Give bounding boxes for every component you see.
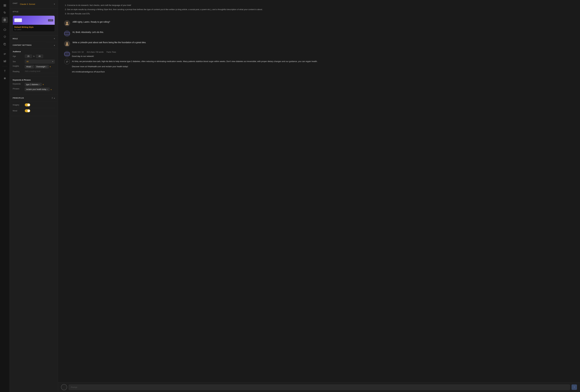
user-avatar-2 xyxy=(64,41,70,47)
svg-rect-14 xyxy=(4,61,4,62)
principles-right: 3 ▴ xyxy=(52,97,55,99)
reading-input[interactable] xyxy=(25,70,55,72)
svg-rect-0 xyxy=(4,4,5,5)
chat-select[interactable]: Claude 3: Sonnet ▾ xyxy=(20,3,55,5)
lines-icon[interactable] xyxy=(2,51,8,57)
principles-section-header[interactable]: PRINCIPLES 3 ▴ xyxy=(10,95,58,101)
style-preview-rect xyxy=(14,18,22,22)
keyword-tag-diabetes: type 2 diabetes ✕ xyxy=(25,83,41,86)
mood-toggle-knob xyxy=(27,109,30,112)
send-icon: ↑ xyxy=(574,386,575,389)
phrases-tags: reclaim your health today ✕ + xyxy=(25,88,52,91)
message-2-content: Hi, Brett. Absolutely. Let's do this. xyxy=(72,30,574,34)
facts-value: Facts: Pass xyxy=(107,51,116,53)
reading-label: Reading xyxy=(13,71,23,73)
principles-subsection: Imagery Mood xyxy=(10,101,58,116)
mood-toggle[interactable] xyxy=(25,109,30,112)
document-icon[interactable] xyxy=(2,17,8,23)
reading-input-wrap xyxy=(25,70,55,73)
asterisk-icon[interactable] xyxy=(2,75,8,81)
ai-avatar-2 xyxy=(64,51,70,57)
insights-add-button[interactable]: + xyxy=(50,65,51,68)
phrases-row: Phrases reclaim your health today ✕ + xyxy=(13,88,55,91)
style-card-preview: 1 GT xyxy=(13,16,55,25)
phrase-reclaim-remove[interactable]: ✕ xyxy=(47,89,48,90)
svg-rect-16 xyxy=(5,60,6,62)
phrase-tag-reclaim: reclaim your health today ✕ xyxy=(25,88,50,91)
intro-bullet-1: Converse to do research, fact checks, an… xyxy=(67,4,574,7)
age-label: Age xyxy=(13,55,23,57)
phrases-label: Phrases xyxy=(13,88,23,90)
sex-row: Sex All ▾ xyxy=(13,60,55,64)
keywords-add-button[interactable]: + xyxy=(42,83,44,86)
style-card-title: Default Writing Style xyxy=(14,26,53,28)
role-toggle: ▾ xyxy=(54,38,55,40)
age-min-input[interactable] xyxy=(25,55,32,58)
principles-count: 3 xyxy=(52,97,53,99)
chat-label: Chat xyxy=(13,2,17,4)
style-section: Style 1 GT Default Writing Style by Laet… xyxy=(10,8,58,35)
style-label: Style xyxy=(13,11,18,12)
tag-overweight-remove[interactable]: ✕ xyxy=(46,66,47,68)
score-value: Score: 8.9 / 10 xyxy=(72,51,84,53)
svg-rect-1 xyxy=(5,4,6,5)
role-title: ROLE xyxy=(13,38,18,40)
age-row: Age to xyxy=(13,55,55,58)
prompt-send-button[interactable]: ↑ xyxy=(572,385,577,390)
prompt-bar: ↑ xyxy=(58,382,580,392)
keywords-subsection: Keywords & Phrases Keywords type 2 diabe… xyxy=(10,77,58,95)
sex-select[interactable]: All ▾ xyxy=(25,60,55,64)
chars-value: 414 chars / 59 words xyxy=(87,51,104,53)
chat-section: Chat Claude 3: Sonnet ▾ xyxy=(10,0,58,8)
content-settings-title: CONTENT SETTINGS xyxy=(13,44,31,46)
copy-icon[interactable] xyxy=(2,41,8,47)
user-avatar-1 xyxy=(64,20,70,26)
result-number-badge: 17 xyxy=(64,59,70,64)
tag-afraid-remove[interactable]: ✕ xyxy=(31,66,33,68)
bars-icon[interactable] xyxy=(2,58,8,64)
message-2-text: Hi, Brett. Absolutely. Let's do this. xyxy=(72,30,574,34)
tag-icon[interactable] xyxy=(2,10,8,16)
tag-afraid-label: Afraid xyxy=(26,66,31,68)
chat-select-value: Claude 3: Sonnet xyxy=(20,3,35,5)
text-icon[interactable] xyxy=(2,68,8,74)
hexagon-icon[interactable] xyxy=(2,27,8,33)
prompt-input[interactable] xyxy=(69,385,570,390)
main-panel: Converse to do research, fact checks, an… xyxy=(58,0,580,392)
insights-tag-afraid: Afraid ✕ xyxy=(25,65,34,68)
principles-chevron-icon: ▴ xyxy=(54,97,55,99)
imagery-toggle[interactable] xyxy=(25,103,30,106)
keywords-tags: type 2 diabetes ✕ + xyxy=(25,83,44,86)
grid-icon[interactable] xyxy=(2,2,8,8)
age-max-input[interactable] xyxy=(36,55,43,58)
ai-avatar-rect xyxy=(64,32,70,35)
heart-icon[interactable] xyxy=(2,34,8,40)
phrases-add-button[interactable]: + xyxy=(50,88,52,91)
message-3: Write a LinkedIn post about oak floors b… xyxy=(64,41,574,47)
keywords-row: Keywords type 2 diabetes ✕ + xyxy=(13,83,55,86)
age-separator: to xyxy=(33,55,35,57)
keywords-title: Keywords & Phrases xyxy=(13,79,55,81)
ai-avatar-1 xyxy=(64,30,70,36)
message-1-text: Allllll righty, Laetro. Ready to get rol… xyxy=(72,20,574,23)
svg-point-23 xyxy=(66,22,68,23)
message-3-content: Write a LinkedIn post about oak floors b… xyxy=(72,41,574,44)
chat-area: Converse to do research, fact checks, an… xyxy=(58,0,580,382)
style-card[interactable]: 1 GT Default Writing Style by Laetro xyxy=(13,15,55,32)
insights-row: Insights Afraid ✕ Overweight ✕ + xyxy=(13,65,55,68)
intro-bullets: Converse to do research, fact checks, an… xyxy=(64,4,574,15)
imagery-label: Imagery xyxy=(13,104,23,106)
audience-subsection: Audience Age to Sex All ▾ Insights Afrai… xyxy=(10,48,58,77)
message-4-content: Score: 8.9 / 10 414 chars / 59 words Fac… xyxy=(72,51,574,73)
role-section-header[interactable]: ROLE ▾ xyxy=(10,35,58,42)
tag-overweight-label: Overweight xyxy=(36,66,45,68)
keywords-label: Keywords xyxy=(13,83,23,85)
audience-title: Audience xyxy=(13,51,55,53)
intro-bullet-3: On-style Results cost GTs. xyxy=(67,12,574,15)
mood-label: Mood xyxy=(13,110,23,112)
sex-select-value: All xyxy=(26,61,28,63)
principles-title: PRINCIPLES xyxy=(13,97,24,99)
keyword-diabetes-remove[interactable]: ✕ xyxy=(39,84,40,86)
content-settings-header[interactable]: CONTENT SETTINGS ▴ xyxy=(10,42,58,48)
svg-point-4 xyxy=(4,12,5,12)
